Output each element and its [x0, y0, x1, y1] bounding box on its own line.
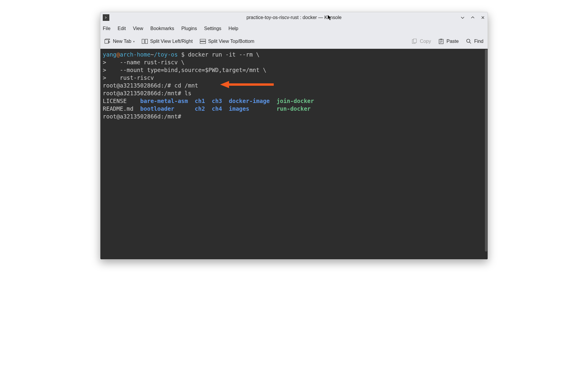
minimize-button[interactable]: [460, 15, 466, 21]
split-tb-label: Split View Top/Bottom: [208, 39, 254, 44]
command-cd: cd /mnt: [174, 82, 198, 89]
konsole-window: practice-toy-os-riscv-rust : docker — Ko…: [100, 12, 488, 260]
new-tab-icon: [105, 38, 111, 44]
menu-plugins[interactable]: Plugins: [181, 26, 197, 31]
paste-label: Paste: [447, 39, 459, 44]
new-tab-button[interactable]: New Tab ▾: [105, 38, 135, 44]
command-ls: ls: [185, 90, 192, 96]
prompt-host: arch-home: [120, 51, 150, 58]
ls-dir-ch3: ch3: [209, 98, 225, 104]
copy-icon: [412, 38, 418, 44]
split-top-bottom-button[interactable]: Split View Top/Bottom: [200, 38, 254, 44]
title-bar: practice-toy-os-riscv-rust : docker — Ko…: [100, 12, 488, 23]
ls-dir-ch4: ch4: [209, 105, 225, 112]
ls-dir-bootloader: bootloader: [137, 105, 191, 112]
prompt-path: /toy-os: [154, 51, 178, 58]
prompt-root-2: root@a3213502866d:/mnt#: [103, 90, 185, 96]
svg-rect-3: [145, 39, 147, 44]
app-icon: [103, 14, 109, 21]
ls-dir-images: images: [225, 105, 273, 112]
command-text: docker run -it --rm \: [188, 51, 259, 58]
svg-rect-5: [200, 42, 206, 44]
term-line-3: > --mount type=bind,source=$PWD,target=/…: [103, 66, 483, 74]
svg-rect-0: [105, 40, 109, 43]
find-label: Find: [474, 39, 483, 44]
menu-bar: File Edit View Bookmarks Plugins Setting…: [100, 23, 488, 34]
ls-dir-bare-metal-asm: bare-metal-asm: [137, 98, 191, 104]
term-line-1: yang@arch-home~/toy-os $ docker run -it …: [103, 51, 483, 58]
menu-help[interactable]: Help: [228, 26, 238, 31]
menu-settings[interactable]: Settings: [204, 26, 221, 31]
terminal-scrollbar[interactable]: [485, 49, 488, 259]
prompt-root-1: root@a3213502866d:/#: [103, 82, 174, 89]
term-line-2: > --name rust-riscv \: [103, 58, 483, 66]
prompt-at: @: [116, 51, 120, 58]
svg-rect-9: [440, 39, 442, 40]
search-icon: [466, 38, 472, 44]
ls-dir-docker-image: docker-image: [225, 98, 273, 104]
svg-point-10: [466, 39, 470, 43]
maximize-button[interactable]: [470, 15, 476, 21]
new-tab-label: New Tab: [113, 39, 131, 44]
toolbar: New Tab ▾ Split View Left/Right: [100, 34, 488, 49]
menu-bookmarks[interactable]: Bookmarks: [150, 26, 174, 31]
ls-dir-ch1: ch1: [191, 98, 208, 104]
term-line-6: root@a3213502866d:/mnt# ls: [103, 89, 483, 97]
paste-button[interactable]: Paste: [438, 38, 459, 44]
terminal-output[interactable]: yang@arch-home~/toy-os $ docker run -it …: [100, 49, 485, 259]
term-line-5: root@a3213502866d:/# cd /mnt: [103, 82, 483, 89]
ls-file-readme: README.md: [103, 105, 137, 112]
paste-icon: [438, 38, 444, 44]
copy-label: Copy: [420, 39, 431, 44]
scrollbar-thumb[interactable]: [485, 49, 487, 252]
menu-view[interactable]: View: [133, 26, 143, 31]
ls-file-license: LICENSE: [103, 98, 137, 104]
chevron-down-icon: ▾: [133, 40, 135, 43]
prompt-user: yang: [103, 51, 116, 58]
ls-output-row-1: LICENSE bare-metal-asm ch1 ch3 docker-im…: [103, 97, 483, 105]
copy-button[interactable]: Copy: [412, 38, 431, 44]
ls-exe-run-docker: run-docker: [273, 105, 311, 112]
window-controls: [460, 12, 486, 23]
menu-edit[interactable]: Edit: [118, 26, 126, 31]
split-lr-label: Split View Left/Right: [150, 39, 193, 44]
terminal-area: yang@arch-home~/toy-os $ docker run -it …: [100, 49, 488, 259]
svg-rect-2: [142, 39, 144, 44]
split-lr-icon: [142, 38, 148, 44]
split-left-right-button[interactable]: Split View Left/Right: [142, 38, 193, 44]
ls-dir-ch2: ch2: [191, 105, 208, 112]
menu-file[interactable]: File: [103, 26, 111, 31]
svg-rect-1: [106, 39, 110, 40]
find-button[interactable]: Find: [466, 38, 483, 44]
close-button[interactable]: [480, 15, 486, 21]
mouse-cursor-icon: [327, 15, 332, 22]
window-title: practice-toy-os-riscv-rust : docker — Ko…: [100, 15, 488, 20]
prompt-dollar: $: [178, 51, 188, 58]
prompt-tilde: ~: [150, 51, 154, 58]
svg-rect-7: [413, 39, 416, 43]
term-line-9: root@a3213502866d:/mnt#: [103, 113, 483, 120]
split-tb-icon: [200, 38, 206, 44]
svg-rect-4: [200, 39, 206, 41]
ls-output-row-2: README.md bootloader ch2 ch4 images run-…: [103, 105, 483, 113]
ls-exe-join-docker: join-docker: [273, 98, 314, 104]
term-line-4: > rust-riscv: [103, 74, 483, 82]
